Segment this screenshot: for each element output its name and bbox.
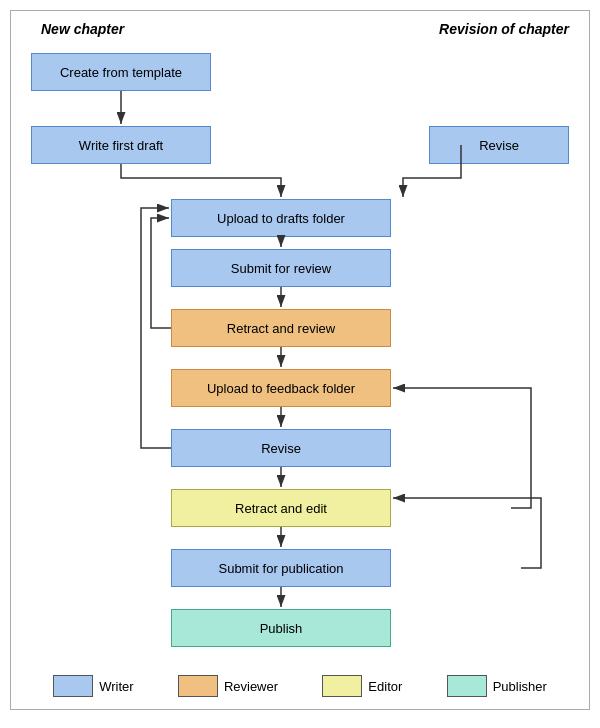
arrows-overlay xyxy=(11,11,589,709)
editor-legend-label: Editor xyxy=(368,679,402,694)
new-chapter-header: New chapter xyxy=(41,21,124,37)
diagram-container: New chapter Revision of chapter Create f… xyxy=(10,10,590,710)
legend-editor: Editor xyxy=(322,675,402,697)
upload-drafts-node: Upload to drafts folder xyxy=(171,199,391,237)
submit-publication-node: Submit for publication xyxy=(171,549,391,587)
legend-writer: Writer xyxy=(53,675,133,697)
retract-edit-node: Retract and edit xyxy=(171,489,391,527)
publisher-legend-label: Publisher xyxy=(493,679,547,694)
publisher-legend-box xyxy=(447,675,487,697)
writer-legend-label: Writer xyxy=(99,679,133,694)
reviewer-legend-box xyxy=(178,675,218,697)
revision-header: Revision of chapter xyxy=(439,21,569,37)
submit-review-node: Submit for review xyxy=(171,249,391,287)
create-template-node: Create from template xyxy=(31,53,211,91)
reviewer-legend-label: Reviewer xyxy=(224,679,278,694)
legend-reviewer: Reviewer xyxy=(178,675,278,697)
write-draft-node: Write first draft xyxy=(31,126,211,164)
revise-mid-node: Revise xyxy=(171,429,391,467)
legend: Writer Reviewer Editor Publisher xyxy=(11,675,589,697)
upload-feedback-node: Upload to feedback folder xyxy=(171,369,391,407)
publish-node: Publish xyxy=(171,609,391,647)
revise-top-node: Revise xyxy=(429,126,569,164)
retract-review-node: Retract and review xyxy=(171,309,391,347)
editor-legend-box xyxy=(322,675,362,697)
writer-legend-box xyxy=(53,675,93,697)
legend-publisher: Publisher xyxy=(447,675,547,697)
